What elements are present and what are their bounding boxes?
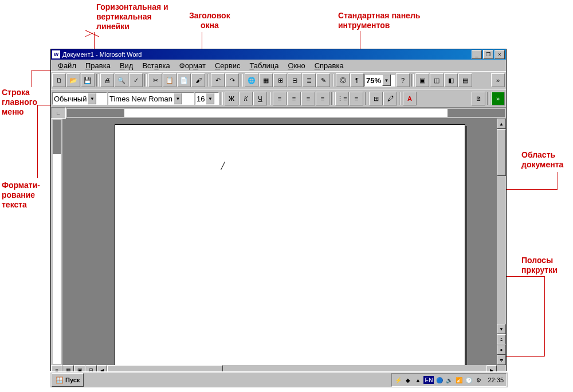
separator <box>487 92 489 105</box>
menu-edit[interactable]: Правка <box>81 60 115 71</box>
new-button[interactable]: 🗋 <box>52 73 66 87</box>
taskbar: 🪟Пуск ⚡ ◆ ▲ EN 🔵 🔊 📶 🕐 ⚙ 22:35 <box>50 371 508 387</box>
vertical-ruler[interactable] <box>51 119 63 365</box>
annotation-docarea: Область документа <box>521 150 563 170</box>
italic-button[interactable]: К <box>239 92 253 105</box>
help-button[interactable]: ? <box>396 73 410 87</box>
undo-button[interactable]: ↶ <box>211 73 225 87</box>
copy-button[interactable]: 📋 <box>163 73 176 87</box>
size-combo[interactable]: 16▼ <box>195 92 219 105</box>
menu-file[interactable]: Файл <box>53 60 81 71</box>
menu-format[interactable]: Формат <box>175 60 210 71</box>
align-center-button[interactable]: ≡ <box>287 92 301 105</box>
titlebar-text: Документ1 - Microsoft Word <box>62 51 142 58</box>
open-button[interactable]: 📂 <box>66 73 80 87</box>
annotation-line <box>37 105 38 178</box>
hyperlink-button[interactable]: 🌐 <box>245 73 258 87</box>
menu-tools[interactable]: Сервис <box>210 60 245 71</box>
document-canvas[interactable]: / <box>63 119 496 365</box>
bold-button[interactable]: Ж <box>225 92 238 105</box>
scroll-down-button[interactable]: ▼ <box>497 324 506 334</box>
prev-page-button[interactable]: ≑ <box>497 334 506 344</box>
extra-green-button[interactable]: » <box>491 92 505 105</box>
annotation-formatting: Формати- рование текста <box>2 181 40 209</box>
menu-table[interactable]: Таблица <box>245 60 283 71</box>
page[interactable]: / <box>115 124 465 365</box>
menu-view[interactable]: Вид <box>115 60 138 71</box>
annotation-toolbar: Стандартная панель интрументов <box>338 11 420 30</box>
borders-button[interactable]: ⊞ <box>369 92 383 105</box>
restore-button[interactable]: ❐ <box>483 50 493 59</box>
tray-icon[interactable]: 📶 <box>455 376 463 384</box>
standard-toolbar: 🗋 📂 💾 🖨 🔍 ✓ ✂ 📋 📄 🖌 ↶ ↷ 🌐 ▦ ⊞ ⊟ ≣ ✎ Ⓠ ¶ … <box>51 71 506 89</box>
highlight-button[interactable]: 🖍 <box>383 92 397 105</box>
menu-help[interactable]: Справка <box>310 60 348 71</box>
align-left-button[interactable]: ≡ <box>273 92 286 105</box>
titlebar[interactable]: W Документ1 - Microsoft Word _ ❐ × <box>51 49 506 60</box>
cut-button[interactable]: ✂ <box>148 73 162 87</box>
separator <box>241 74 243 87</box>
horizontal-ruler[interactable]: ∟ <box>51 108 506 119</box>
menu-insert[interactable]: Вставка <box>138 60 174 71</box>
tray-icon[interactable]: ⚡ <box>394 376 402 384</box>
separator <box>269 92 271 105</box>
columns-button[interactable]: ≣ <box>302 73 316 87</box>
paste-button[interactable]: 📄 <box>177 73 191 87</box>
extra1-button[interactable]: ▣ <box>415 73 429 87</box>
ruler-corner[interactable]: ∟ <box>51 107 66 119</box>
app-icon: W <box>52 50 60 58</box>
annotation-scrollbars: Полосы пркрутки <box>521 256 558 275</box>
tray-icon[interactable]: 🔊 <box>445 376 453 384</box>
print-button[interactable]: 🖨 <box>100 73 114 87</box>
annotation-line <box>558 172 558 189</box>
extra3-button[interactable]: ◧ <box>444 73 458 87</box>
minimize-button[interactable]: _ <box>472 50 482 59</box>
format-painter-button[interactable]: 🖌 <box>191 73 205 87</box>
text-cursor: / <box>221 159 225 173</box>
preview-button[interactable]: 🔍 <box>115 73 128 87</box>
justify-button[interactable]: ≡ <box>316 92 329 105</box>
tables-button[interactable]: ▦ <box>259 73 273 87</box>
save-button[interactable]: 💾 <box>81 73 95 87</box>
start-button[interactable]: 🪟Пуск <box>52 373 84 387</box>
extra4-button[interactable]: ▤ <box>458 73 472 87</box>
superscript-button[interactable]: 🗎 <box>472 92 485 105</box>
underline-button[interactable]: Ч <box>253 92 267 105</box>
tray-icon[interactable]: ◆ <box>404 376 412 384</box>
style-combo[interactable]: Обычный▼ <box>52 92 107 105</box>
insert-table-button[interactable]: ⊞ <box>273 73 287 87</box>
menu-window[interactable]: Окно <box>283 60 309 71</box>
align-right-button[interactable]: ≡ <box>301 92 315 105</box>
redo-button[interactable]: ↷ <box>225 73 239 87</box>
toolbar-options[interactable]: » <box>491 73 505 87</box>
tray-icon[interactable]: ▲ <box>414 376 422 384</box>
scroll-thumb[interactable] <box>497 129 506 176</box>
docmap-button[interactable]: Ⓠ <box>336 73 350 87</box>
tray-icon[interactable]: ⚙ <box>474 376 482 384</box>
tray-icon[interactable]: 🕐 <box>465 376 473 384</box>
drawing-button[interactable]: ✎ <box>316 73 330 87</box>
document-area: / ▲ ▼ ≑ ● ≑ <box>51 119 506 365</box>
annotation-line <box>32 70 32 87</box>
separator <box>411 74 414 87</box>
extra2-button[interactable]: ◫ <box>430 73 444 87</box>
annotation-rulers: Горизонтальная и вертикальная линейки <box>96 2 168 31</box>
pilcrow-button[interactable]: ¶ <box>350 73 364 87</box>
spellcheck-button[interactable]: ✓ <box>129 73 143 87</box>
font-combo[interactable]: Times New Roman▼ <box>108 92 194 105</box>
excel-button[interactable]: ⊟ <box>288 73 301 87</box>
next-page-button[interactable]: ≑ <box>497 355 506 365</box>
tray-icon[interactable]: 🔵 <box>435 376 444 384</box>
numbering-button[interactable]: ≡ <box>350 92 363 105</box>
font-color-button[interactable]: A <box>403 92 417 105</box>
language-indicator[interactable]: EN <box>423 376 434 384</box>
vertical-scrollbar[interactable]: ▲ ▼ ≑ ● ≑ <box>496 119 506 365</box>
separator <box>399 92 401 105</box>
formatting-toolbar: Обычный▼ Times New Roman▼ 16▼ Ж К Ч ≡ ≡ … <box>51 89 506 108</box>
close-button[interactable]: × <box>494 50 505 59</box>
scroll-up-button[interactable]: ▲ <box>497 119 506 129</box>
clock[interactable]: 22:35 <box>488 377 504 383</box>
browse-object-button[interactable]: ● <box>497 344 506 355</box>
zoom-combo[interactable]: 75%▼ <box>364 74 395 87</box>
bullets-button[interactable]: ⋮≡ <box>335 92 349 105</box>
